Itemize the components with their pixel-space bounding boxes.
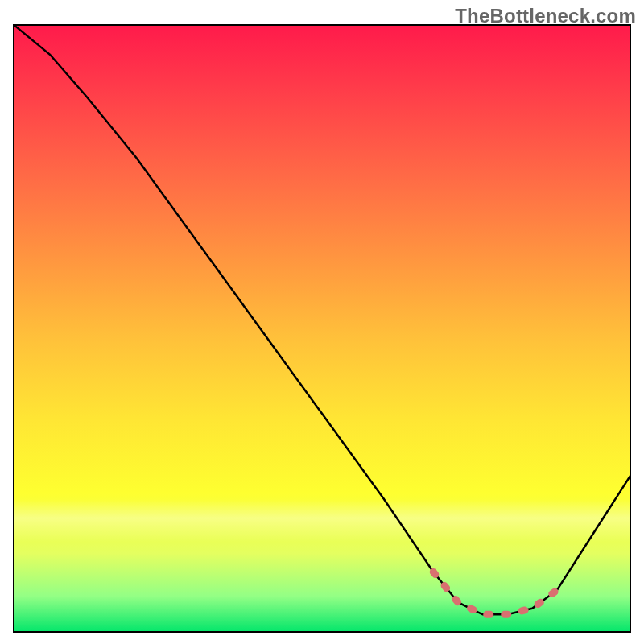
plot-area	[13, 24, 631, 633]
main-curve-path	[13, 24, 631, 614]
curve-svg	[13, 24, 631, 633]
chart-container: TheBottleneck.com	[0, 0, 644, 644]
